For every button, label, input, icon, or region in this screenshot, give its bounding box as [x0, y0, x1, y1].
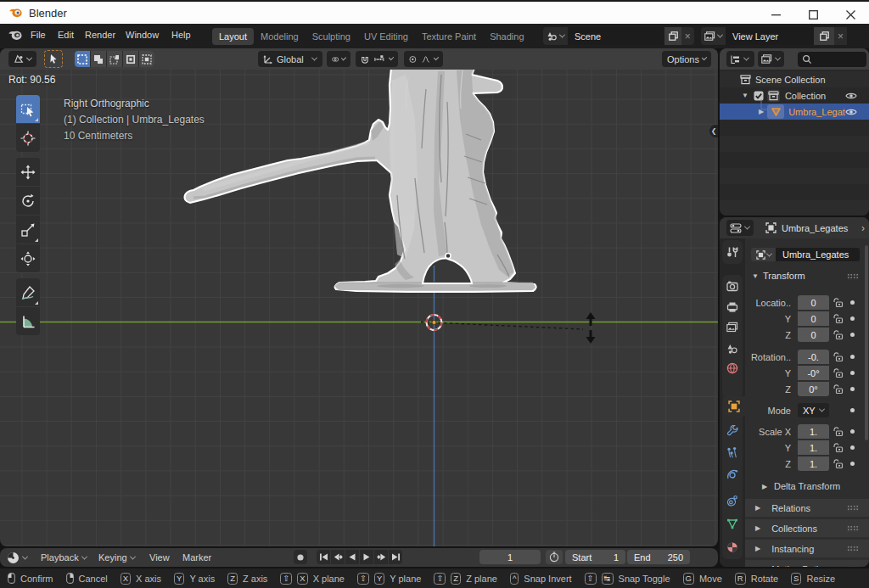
- rotation-x-field[interactable]: -0.: [798, 350, 829, 364]
- lock-open-icon[interactable]: [833, 426, 844, 437]
- tab-render[interactable]: [722, 277, 743, 297]
- rotation-mode-dropdown[interactable]: XY: [798, 403, 829, 417]
- minimize-button[interactable]: [757, 3, 794, 25]
- select-mode-subtract[interactable]: [107, 51, 122, 67]
- jump-to-start-button[interactable]: [317, 550, 330, 564]
- outliner-search-field[interactable]: [798, 52, 866, 67]
- tab-object-data[interactable]: [722, 513, 743, 534]
- tool-scale[interactable]: [16, 216, 40, 244]
- tool-cursor[interactable]: [16, 124, 40, 152]
- properties-editor-type-button[interactable]: [726, 220, 754, 236]
- tab-view-layer[interactable]: [722, 317, 743, 338]
- animate-dot[interactable]: [850, 355, 855, 359]
- options-dropdown[interactable]: Options: [662, 51, 711, 67]
- sidebar-expand-button[interactable]: ❮: [709, 125, 718, 137]
- visibility-eye-icon[interactable]: [845, 92, 857, 100]
- viewport-3d[interactable]: Global: [0, 48, 718, 546]
- panel-expand-icon[interactable]: ▶: [762, 483, 767, 490]
- location-z-field[interactable]: 0: [798, 328, 829, 342]
- transform-panel-title[interactable]: Transform: [763, 271, 805, 281]
- animate-dot[interactable]: [850, 371, 855, 375]
- panel-relations[interactable]: ▶ Relations: [745, 499, 869, 517]
- panel-instancing[interactable]: ▶ Instancing: [745, 540, 869, 557]
- scrollbar[interactable]: [865, 245, 868, 440]
- lock-open-icon[interactable]: [833, 384, 844, 395]
- tool-rotate[interactable]: [16, 187, 40, 215]
- tool-measure[interactable]: [16, 307, 40, 335]
- outliner-row-umbra-legates[interactable]: ▶ Umbra_Legat: [720, 104, 869, 120]
- menu-window[interactable]: Window: [126, 30, 159, 40]
- panel-drag-handle[interactable]: [847, 273, 859, 280]
- play-button[interactable]: [360, 550, 373, 564]
- select-mode-set[interactable]: [75, 51, 90, 67]
- location-x-field[interactable]: 0: [798, 295, 829, 310]
- outliner-row-scene-collection[interactable]: Scene Collection: [720, 71, 869, 87]
- lock-open-icon[interactable]: [833, 442, 844, 453]
- tab-texture-paint[interactable]: Texture Paint: [415, 28, 483, 45]
- panel-motion-paths[interactable]: ▶ Motion Paths: [745, 560, 869, 567]
- tab-shading[interactable]: Shading: [483, 28, 530, 45]
- location-y-field[interactable]: 0: [798, 311, 829, 326]
- panel-collections[interactable]: ▶ Collections: [745, 519, 869, 537]
- tab-tool[interactable]: [722, 242, 743, 262]
- statue-umbra-legates[interactable]: [185, 70, 536, 292]
- editor-type-button[interactable]: [8, 51, 36, 67]
- close-button[interactable]: [832, 3, 869, 25]
- tab-particles[interactable]: [722, 442, 743, 462]
- view-layer-new-button[interactable]: [814, 27, 834, 45]
- animate-dot[interactable]: [850, 316, 855, 321]
- animate-dot[interactable]: [850, 387, 855, 391]
- scale-y-field[interactable]: 1.: [798, 440, 829, 455]
- lock-open-icon[interactable]: [833, 367, 844, 378]
- current-frame-field[interactable]: 1: [479, 550, 541, 564]
- tool-annotate[interactable]: [16, 278, 40, 306]
- jump-to-end-button[interactable]: [389, 550, 402, 564]
- lock-open-icon[interactable]: [833, 351, 844, 362]
- tab-constraints[interactable]: [722, 490, 743, 511]
- next-keyframe-button[interactable]: [374, 550, 388, 564]
- animate-dot[interactable]: [850, 462, 855, 466]
- menu-view[interactable]: View: [149, 552, 170, 563]
- menu-edit[interactable]: Edit: [58, 30, 74, 40]
- tool-transform[interactable]: [16, 244, 40, 272]
- tab-layout[interactable]: Layout: [212, 28, 254, 45]
- scale-z-field[interactable]: 1.: [798, 456, 829, 471]
- panel-drag-handle[interactable]: [847, 505, 859, 512]
- scale-x-field[interactable]: 1.: [798, 424, 829, 439]
- visibility-eye-icon[interactable]: [845, 108, 857, 116]
- animate-dot[interactable]: [850, 333, 855, 337]
- rotation-y-field[interactable]: -0°: [798, 366, 829, 380]
- tab-material[interactable]: [722, 537, 743, 557]
- panel-drag-handle[interactable]: [847, 546, 859, 552]
- view-layer-name-field[interactable]: View Layer: [726, 27, 814, 45]
- lock-open-icon[interactable]: [833, 458, 844, 469]
- select-mode-intersect[interactable]: [139, 51, 154, 67]
- tool-select-box[interactable]: [16, 95, 40, 123]
- scene-name-field[interactable]: Scene: [568, 27, 664, 45]
- menu-marker[interactable]: Marker: [182, 552, 211, 563]
- frame-end-field[interactable]: End250: [627, 550, 690, 564]
- panel-drag-handle[interactable]: [847, 566, 859, 568]
- select-mode-invert[interactable]: [123, 51, 138, 67]
- panel-drag-handle[interactable]: [847, 525, 859, 532]
- previous-keyframe-button[interactable]: [331, 550, 345, 564]
- tab-world[interactable]: [722, 358, 743, 378]
- select-mode-extend[interactable]: [91, 51, 106, 67]
- animate-dot[interactable]: [850, 300, 855, 305]
- lock-open-icon[interactable]: [833, 329, 844, 340]
- proportional-edit-icon[interactable]: [409, 54, 417, 64]
- animate-dot[interactable]: [850, 445, 855, 450]
- play-reverse-button[interactable]: [345, 550, 359, 564]
- frame-start-field[interactable]: Start1: [565, 550, 625, 564]
- snap-magnet-icon[interactable]: [361, 54, 369, 64]
- tab-modifiers[interactable]: [722, 421, 743, 441]
- tab-scene[interactable]: [722, 339, 743, 359]
- menu-playback[interactable]: Playback: [41, 552, 87, 563]
- maximize-button[interactable]: [794, 3, 832, 25]
- outliner-display-mode-button[interactable]: [726, 51, 754, 67]
- tab-output[interactable]: [722, 297, 743, 317]
- active-tool-button[interactable]: [44, 50, 63, 68]
- preview-range-button[interactable]: [546, 550, 563, 564]
- menu-keying[interactable]: Keying: [98, 552, 135, 563]
- pivot-point-dropdown[interactable]: [327, 51, 350, 67]
